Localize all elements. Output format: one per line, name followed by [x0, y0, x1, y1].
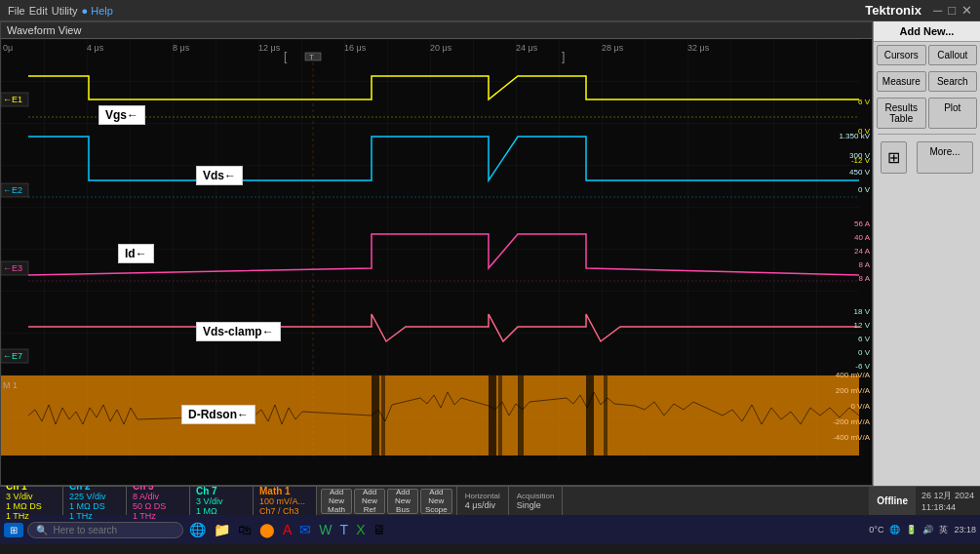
- ch3-bw: 1 THz: [133, 511, 183, 521]
- ch1-box[interactable]: Ch 1 3 V/div 1 MΩ DS 1 THz: [0, 487, 63, 515]
- svg-text:←E7: ←E7: [3, 351, 22, 361]
- datetime-date: 26 12月 2024: [921, 490, 974, 502]
- vds-clamp-label[interactable]: Vds-clamp←: [196, 322, 281, 341]
- horizontal-value: 4 μs/div: [465, 500, 500, 510]
- svg-text:←E2: ←E2: [3, 185, 22, 195]
- taskbar-icon-vnc[interactable]: 🖥: [371, 520, 388, 539]
- grid-icon-button[interactable]: ⊞: [881, 141, 907, 174]
- waveform-canvas[interactable]: 0μ 4 μs 8 μs 12 μs 16 μs 20 μs 24 μs 28 …: [1, 39, 872, 484]
- taskbar-icon-word[interactable]: W: [317, 520, 333, 539]
- svg-text:4 μs: 4 μs: [87, 43, 104, 53]
- menu-file[interactable]: File: [8, 5, 25, 17]
- svg-text:28 μs: 28 μs: [602, 43, 624, 53]
- waveform-title: Waveform View: [1, 22, 872, 39]
- taskbar-icon-excel[interactable]: X: [354, 520, 367, 539]
- svg-text:M 1: M 1: [3, 380, 18, 390]
- ch2-box[interactable]: Ch 2 225 V/div 1 MΩ DS 1 THz: [63, 487, 127, 515]
- svg-text:32 μs: 32 μs: [687, 43, 710, 53]
- math1-box[interactable]: Math 1 100 mV/A... Ch7 / Ch3: [254, 487, 317, 515]
- svg-text:]: ]: [562, 50, 565, 63]
- acquisition-label: Acquisition: [517, 492, 555, 500]
- svg-rect-29: [604, 376, 608, 455]
- add-new-math-button[interactable]: Add New Math: [321, 489, 352, 514]
- taskbar-icon-explorer[interactable]: 📁: [212, 520, 232, 539]
- add-new-ref-button[interactable]: Add New Ref: [354, 489, 385, 514]
- svg-rect-28: [586, 376, 594, 455]
- acquisition-value: Single: [517, 500, 555, 510]
- taskbar-icon-outlook[interactable]: ✉: [297, 520, 313, 539]
- ch1-volt: 3 V/div: [6, 492, 57, 501]
- maximize-button[interactable]: □: [948, 3, 956, 18]
- acquisition-box[interactable]: Acquisition Single: [509, 487, 564, 515]
- search-button[interactable]: Search: [928, 71, 978, 92]
- ch3-imp: 50 Ω DS: [133, 501, 183, 511]
- cursors-button[interactable]: Cursors: [877, 45, 926, 65]
- taskbar-icon-teams[interactable]: T: [338, 520, 351, 539]
- offline-status-box: Offline: [869, 487, 916, 515]
- ch3-box[interactable]: Ch 3 8 A/div 50 Ω DS 1 THz: [127, 487, 190, 515]
- svg-rect-23: [372, 376, 379, 455]
- horizontal-label: Horizontal: [465, 492, 500, 500]
- ch1-bw: 1 THz: [6, 511, 57, 521]
- datetime-box: 26 12月 2024 11:18:44: [916, 487, 980, 515]
- math1-formula: Ch7 / Ch3: [259, 506, 310, 516]
- ch7-box[interactable]: Ch 7 3 V/div 1 MΩ: [190, 487, 254, 515]
- ch1-imp: 1 MΩ DS: [6, 501, 57, 511]
- svg-text:←E1: ←E1: [3, 95, 22, 104]
- taskbar-time: 23:18: [954, 525, 976, 534]
- menu-edit[interactable]: Edit: [29, 5, 48, 17]
- ch7-imp: 1 MΩ: [196, 506, 247, 516]
- svg-text:12 μs: 12 μs: [258, 43, 281, 53]
- waveform-area: Waveform View 0μ 4 μs 8 μs 12 μs 16 μs 2…: [0, 21, 873, 486]
- taskbar-icon-acrobat[interactable]: A: [281, 520, 294, 539]
- results-table-button[interactable]: Results Table: [877, 98, 926, 129]
- ch3-volt: 8 A/div: [133, 492, 183, 501]
- right-sidebar: Add New... Cursors Callout Measure Searc…: [873, 21, 980, 486]
- math1-volt: 100 mV/A...: [259, 496, 310, 506]
- svg-text:16 μs: 16 μs: [344, 43, 367, 53]
- sidebar-divider: [878, 134, 976, 135]
- horizontal-box[interactable]: Horizontal 4 μs/div: [457, 487, 509, 515]
- taskbar-network-icon: 🌐: [889, 525, 900, 534]
- id-label[interactable]: Id←: [118, 244, 154, 263]
- taskbar-icon-chrome[interactable]: ⬤: [257, 520, 277, 539]
- add-scope-button[interactable]: Add New Scope: [420, 489, 452, 514]
- d-rdson-label[interactable]: D-Rdson←: [181, 405, 255, 424]
- vds-label[interactable]: Vds←: [196, 166, 243, 185]
- svg-text:24 μs: 24 μs: [516, 43, 538, 53]
- menu-utility[interactable]: Utility: [52, 5, 78, 17]
- svg-rect-22: [1, 376, 859, 455]
- close-button[interactable]: ✕: [961, 3, 972, 18]
- add-buttons-group: Add New Math Add New Ref Add New Bus Add…: [317, 487, 457, 515]
- window-controls: ─ □ ✕: [933, 3, 972, 18]
- add-new-label: Add New...: [874, 21, 980, 42]
- measure-button[interactable]: Measure: [877, 71, 926, 92]
- svg-rect-27: [518, 376, 524, 455]
- datetime-time: 11:18:44: [921, 502, 974, 512]
- taskbar-icon-store[interactable]: 🛍: [236, 520, 254, 539]
- ch2-bw: 1 THz: [69, 511, 120, 521]
- math1-name: Math 1: [259, 486, 310, 496]
- ch7-name: Ch 7: [196, 486, 247, 496]
- start-button[interactable]: ⊞: [4, 523, 23, 537]
- offline-label: Offline: [877, 495, 908, 506]
- callout-button[interactable]: Callout: [928, 45, 978, 65]
- menu-help[interactable]: ● Help: [82, 5, 113, 17]
- plot-button[interactable]: Plot: [928, 98, 978, 129]
- taskbar-icon-edge[interactable]: 🌐: [187, 520, 208, 539]
- sidebar-row-2: Measure Search: [874, 68, 980, 95]
- main-layout: Waveform View 0μ 4 μs 8 μs 12 μs 16 μs 2…: [0, 21, 980, 486]
- taskbar-lang: 英: [939, 524, 948, 536]
- minimize-button[interactable]: ─: [933, 3, 942, 18]
- taskbar-search-input[interactable]: [27, 522, 183, 538]
- sidebar-row-4: ⊞ More...: [874, 137, 980, 178]
- bottom-toolbar: Ch 1 3 V/div 1 MΩ DS 1 THz Ch 2 225 V/di…: [0, 486, 980, 515]
- ch2-volt: 225 V/div: [69, 492, 120, 501]
- vgs-label[interactable]: Vgs←: [98, 105, 145, 125]
- more-button[interactable]: More...: [917, 141, 973, 174]
- ch7-volt: 3 V/div: [196, 496, 247, 506]
- sidebar-row-1: Cursors Callout: [874, 42, 980, 68]
- taskbar-temp: 0°C: [869, 525, 883, 534]
- add-new-bus-button[interactable]: Add New Bus: [387, 489, 418, 514]
- svg-rect-26: [498, 376, 502, 455]
